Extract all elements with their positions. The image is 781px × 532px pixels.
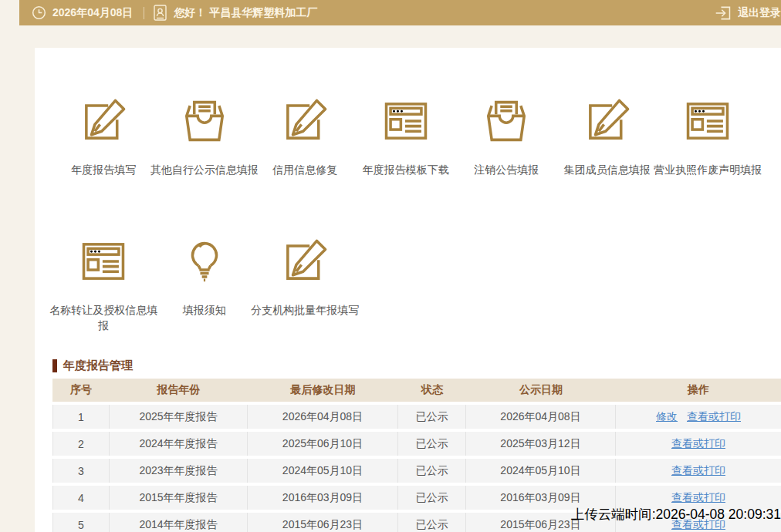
user-badge-icon (154, 5, 167, 21)
webpage-template-icon (79, 237, 127, 285)
cell-modified: 2026年04月08日 (248, 405, 398, 429)
menu-item-cancellation-notice[interactable]: 注销公告填报 (456, 97, 557, 177)
webpage-template-icon (382, 97, 430, 145)
cell-publish: 2024年05月10日 (466, 459, 616, 483)
annual-report-section-title: 年度报告管理 (52, 359, 133, 373)
cell-status: 已公示 (398, 432, 466, 456)
logout-button[interactable]: 退出登录 (715, 5, 781, 22)
cell-publish: 2025年03月12日 (466, 432, 616, 456)
lightbulb-icon (181, 237, 228, 285)
inbox-report-icon (482, 97, 530, 145)
table-header-row: 序号 报告年份 最后修改日期 状态 公示日期 操作 (52, 379, 781, 402)
menu-item-label: 信用信息修复 (272, 162, 337, 177)
cell-no: 4 (52, 486, 110, 510)
modify-link[interactable]: 修改 (656, 410, 678, 423)
edit-square-icon (583, 97, 631, 145)
cell-modified: 2015年06月23日 (248, 513, 398, 532)
cell-year: 2025年年度报告 (110, 405, 248, 429)
cell-year: 2024年年度报告 (110, 432, 248, 456)
menu-item-label: 分支机构批量年报填写 (251, 302, 359, 318)
cell-modified: 2016年03月09日 (248, 486, 398, 510)
cell-status: 已公示 (398, 405, 466, 429)
cell-no: 1 (52, 405, 110, 429)
main-panel: 年度报告填写 其他自行公示信息填报 信用信息修复 年度报告模板下载 注销公告填报… (35, 48, 781, 532)
cell-year: 2015年年度报告 (110, 486, 248, 510)
cell-year: 2023年年度报告 (110, 459, 248, 483)
cell-modified: 2025年06月10日 (248, 432, 398, 456)
cell-actions: 查看或打印 (616, 432, 781, 456)
menu-item-name-transfer-auth[interactable]: 名称转让及授权信息填报 (53, 237, 154, 333)
edit-square-icon (281, 97, 329, 145)
table-row: 1 2025年年度报告 2026年04月08日 已公示 2026年04月08日 … (52, 405, 781, 429)
topbar-greeting: 您好！ 平昌县华辉塑料加工厂 (174, 6, 317, 20)
table-row: 2 2024年年度报告 2025年06月10日 已公示 2025年03月12日 … (52, 432, 781, 456)
clock-icon (32, 5, 46, 20)
cell-actions: 查看或打印 (616, 459, 781, 483)
cell-status: 已公示 (398, 513, 466, 532)
webpage-template-icon (684, 97, 732, 145)
topbar-date: 2026年04月08日 (52, 6, 133, 20)
section-title-text: 年度报告管理 (63, 359, 133, 373)
col-header-no: 序号 (52, 379, 110, 402)
view-print-link[interactable]: 查看或打印 (671, 437, 725, 450)
menu-item-annual-report-fill[interactable]: 年度报告填写 (53, 97, 154, 177)
menu-item-label: 营业执照作废声明填报 (654, 162, 762, 177)
upload-time-watermark: 上传云端时间:2026-04-08 20:09:31 (571, 505, 781, 524)
menu-item-label: 注销公告填报 (474, 162, 539, 177)
cell-year: 2014年年度报告 (110, 513, 248, 532)
menu-item-other-public-info[interactable]: 其他自行公示信息填报 (154, 97, 255, 177)
menu-item-branch-batch-report[interactable]: 分支机构批量年报填写 (255, 237, 356, 333)
cell-no: 5 (52, 513, 110, 532)
topbar: 2026年04月08日 您好！ 平昌县华辉塑料加工厂 退出登录 (19, 0, 781, 25)
table-row: 3 2023年年度报告 2024年05月10日 已公示 2024年05月10日 … (52, 459, 781, 483)
cell-status: 已公示 (398, 459, 466, 483)
menu-item-credit-repair[interactable]: 信用信息修复 (255, 97, 356, 177)
col-header-publish: 公示日期 (466, 379, 616, 402)
col-header-status: 状态 (398, 379, 466, 402)
menu-item-group-member-info[interactable]: 集团成员信息填报 (557, 97, 658, 177)
cell-actions: 修改查看或打印 (616, 405, 781, 429)
logout-label: 退出登录 (738, 6, 781, 20)
edit-square-icon (79, 97, 127, 145)
menu-item-label: 填报须知 (183, 302, 226, 318)
menu-item-label: 名称转让及授权信息填报 (49, 302, 158, 333)
cell-modified: 2024年05月10日 (248, 459, 398, 483)
edit-square-icon (281, 237, 329, 285)
menu-item-label: 年度报告填写 (71, 162, 136, 177)
menu-item-label: 集团成员信息填报 (564, 162, 651, 177)
view-print-link[interactable]: 查看或打印 (687, 410, 741, 423)
cell-publish: 2026年04月08日 (466, 405, 616, 429)
col-header-modified: 最后修改日期 (248, 379, 398, 402)
menu-item-template-download[interactable]: 年度报告模板下载 (356, 97, 457, 177)
view-print-link[interactable]: 查看或打印 (671, 491, 725, 503)
logout-icon (715, 5, 738, 22)
menu-item-license-void-declaration[interactable]: 营业执照作废声明填报 (658, 97, 759, 177)
cell-no: 3 (52, 459, 110, 483)
inbox-report-icon (181, 97, 228, 145)
col-header-year: 报告年份 (110, 379, 248, 402)
topbar-divider (144, 7, 144, 19)
menu-row-2: 名称转让及授权信息填报 填报须知 分支机构批量年报填写 (53, 237, 356, 333)
col-header-actions: 操作 (616, 379, 781, 402)
menu-item-filing-notes[interactable]: 填报须知 (154, 237, 255, 333)
cell-no: 2 (52, 432, 110, 456)
cell-status: 已公示 (398, 486, 466, 510)
menu-item-label: 其他自行公示信息填报 (150, 162, 259, 177)
section-accent-bar (52, 359, 57, 372)
view-print-link[interactable]: 查看或打印 (671, 464, 725, 476)
menu-item-label: 年度报告模板下载 (363, 162, 449, 177)
menu-row-1: 年度报告填写 其他自行公示信息填报 信用信息修复 年度报告模板下载 注销公告填报… (53, 97, 759, 177)
